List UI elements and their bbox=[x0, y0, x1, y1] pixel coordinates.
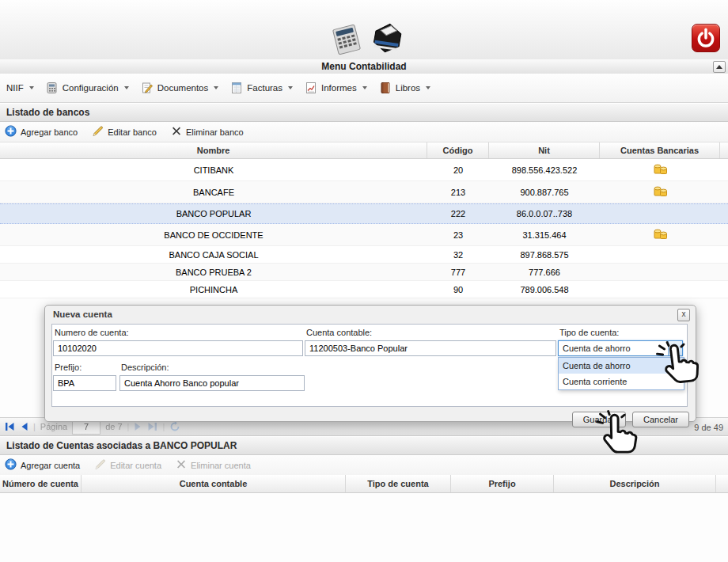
edit-icon bbox=[92, 125, 104, 139]
accounts-grid: Número de cuentaCuenta contableTipo de c… bbox=[0, 475, 728, 493]
descripcion-label: Descripción: bbox=[121, 363, 169, 372]
menu-item-libros[interactable]: Libros bbox=[379, 82, 430, 94]
power-button[interactable] bbox=[692, 24, 720, 52]
page-label: Página bbox=[40, 422, 67, 431]
delete-icon bbox=[176, 459, 187, 472]
bank-code-cell: 90 bbox=[427, 285, 489, 294]
menu-item-label: Documentos bbox=[157, 83, 209, 93]
column-header-cuenta-contable[interactable]: Cuenta contable bbox=[82, 475, 346, 492]
bank-code-cell: 32 bbox=[427, 250, 489, 260]
tipo-cuenta-label: Tipo de cuenta: bbox=[559, 328, 619, 337]
bank-name-cell: BANCO POPULAR bbox=[0, 209, 427, 218]
menu-item-label: NIIF bbox=[6, 83, 24, 93]
menu-item-informes[interactable]: Informes bbox=[305, 82, 367, 94]
coins-icon[interactable] bbox=[653, 162, 668, 177]
column-header-cuentas-bancarias[interactable]: Cuentas Bancarias bbox=[600, 142, 720, 158]
bank-code-cell: 20 bbox=[427, 165, 489, 175]
add-icon bbox=[5, 458, 17, 472]
cancel-button[interactable]: Cancelar bbox=[632, 412, 689, 427]
coins-icon[interactable] bbox=[653, 227, 668, 242]
page-of-label: de 7 bbox=[105, 422, 122, 431]
descripcion-input[interactable] bbox=[119, 375, 305, 391]
dialog-title: Nueva cuenta bbox=[53, 309, 112, 319]
column-header-numero-de-cuenta[interactable]: Número de cuenta bbox=[0, 475, 82, 492]
delete-icon bbox=[171, 126, 182, 139]
column-header-prefijo[interactable]: Prefijo bbox=[451, 475, 554, 492]
prefijo-input[interactable] bbox=[53, 375, 116, 391]
editar-cuenta-button: Editar cuenta bbox=[94, 458, 161, 472]
collapse-button[interactable] bbox=[713, 61, 726, 73]
first-page-button[interactable] bbox=[5, 422, 15, 431]
banks-grid: NombreCódigoNitCuentas Bancarias CITIBAN… bbox=[0, 142, 728, 298]
bank-nit-cell: 789.006.548 bbox=[489, 285, 600, 294]
cash-register-icon bbox=[369, 17, 407, 57]
pagination-separator: | bbox=[127, 422, 130, 431]
menu-item-label: Libros bbox=[396, 83, 420, 93]
dropdown-option-cuenta-corriente[interactable]: Cuenta corriente bbox=[559, 374, 684, 389]
menu-item-configuracion[interactable]: Configuración bbox=[46, 82, 129, 94]
refresh-icon[interactable] bbox=[169, 421, 180, 432]
brand-icons bbox=[331, 17, 410, 57]
prefijo-label: Prefijo: bbox=[55, 363, 82, 372]
tipo-cuenta-dropdown: Cuenta de ahorroCuenta corriente bbox=[558, 357, 684, 390]
column-header-filler bbox=[720, 142, 728, 158]
app-window: Menu Contabilidad NIIFConfiguraciónDocum… bbox=[0, 0, 728, 562]
bank-accounts-cell[interactable] bbox=[600, 184, 720, 199]
menu-item-documentos[interactable]: Documentos bbox=[141, 82, 219, 94]
column-header-tipo-de-cuenta[interactable]: Tipo de cuenta bbox=[346, 475, 451, 492]
power-icon bbox=[692, 44, 719, 53]
accounts-panel-header: Listado de Cuentas asociadas a BANCO POP… bbox=[0, 436, 728, 455]
toolbar-button-label: Agregar banco bbox=[21, 127, 78, 137]
bank-row-banco-popular[interactable]: BANCO POPULAR22286.0.0.07..738 bbox=[0, 203, 728, 224]
bank-accounts-cell[interactable] bbox=[600, 227, 720, 242]
documents-icon bbox=[141, 82, 154, 94]
title-bar: Menu Contabilidad bbox=[0, 59, 728, 74]
menu-item-label: Informes bbox=[321, 83, 357, 93]
last-page-button[interactable] bbox=[147, 422, 157, 431]
menu-bar: NIIFConfiguraciónDocumentosFacturasInfor… bbox=[0, 74, 728, 103]
next-page-button[interactable] bbox=[134, 422, 142, 431]
bank-row-pichincha[interactable]: PICHINCHA90789.006.548 bbox=[0, 281, 728, 298]
bank-row-citibank[interactable]: CITIBANK20898.556.423.522 bbox=[0, 159, 728, 181]
bank-row-banco-de-occidente[interactable]: BANCO DE OCCIDENTE2331.315.464 bbox=[0, 224, 728, 246]
toolbar-button-label: Eliminar cuenta bbox=[191, 461, 251, 470]
agregar-banco-button[interactable]: Agregar banco bbox=[5, 125, 78, 139]
libros-icon bbox=[379, 82, 392, 94]
menu-item-niif[interactable]: NIIF bbox=[6, 83, 34, 93]
chevron-down-icon bbox=[288, 86, 293, 89]
agregar-cuenta-button[interactable]: Agregar cuenta bbox=[5, 458, 80, 472]
editar-banco-button[interactable]: Editar banco bbox=[92, 125, 157, 139]
menu-item-facturas[interactable]: Facturas bbox=[230, 82, 293, 94]
bank-accounts-cell[interactable] bbox=[600, 162, 720, 177]
numero-cuenta-input[interactable] bbox=[53, 340, 303, 356]
coins-icon[interactable] bbox=[653, 184, 668, 199]
chevron-down-icon bbox=[29, 86, 34, 89]
bank-code-cell: 222 bbox=[427, 209, 489, 218]
column-header-descripcion[interactable]: Descripción bbox=[554, 475, 716, 492]
tipo-cuenta-combobox[interactable]: Cuenta de ahorro bbox=[558, 340, 683, 356]
bank-row-banco-prueba-2[interactable]: BANCO PRUEBA 2777777.666 bbox=[0, 264, 728, 281]
prev-page-button[interactable] bbox=[20, 422, 28, 431]
column-header-nombre[interactable]: Nombre bbox=[0, 142, 427, 158]
facturas-icon bbox=[230, 82, 243, 94]
combo-trigger-button[interactable] bbox=[668, 341, 682, 355]
cuenta-contable-input[interactable] bbox=[305, 340, 556, 356]
eliminar-banco-button[interactable]: Eliminar banco bbox=[171, 126, 244, 139]
banks-panel-title: Listado de bancos bbox=[6, 107, 89, 118]
menu-item-label: Facturas bbox=[247, 83, 282, 93]
column-header-nit[interactable]: Nit bbox=[489, 142, 600, 158]
close-icon[interactable]: x bbox=[677, 309, 690, 321]
bank-row-banco-caja-social[interactable]: BANCO CAJA SOCIAL32897.868.575 bbox=[0, 246, 728, 264]
menu-item-label: Configuración bbox=[63, 83, 119, 93]
pagination-separator: | bbox=[162, 422, 165, 431]
bank-code-cell: 213 bbox=[427, 188, 489, 197]
dropdown-option-cuenta-de-ahorro[interactable]: Cuenta de ahorro bbox=[559, 358, 684, 374]
banks-panel-header: Listado de bancos bbox=[0, 103, 728, 122]
bank-row-bancafe[interactable]: BANCAFE213900.887.765 bbox=[0, 181, 728, 203]
save-button[interactable]: Guardar bbox=[572, 412, 626, 427]
pagination-status: 9 de 49 bbox=[694, 423, 723, 432]
column-header-codigo[interactable]: Código bbox=[427, 142, 489, 158]
column-header-filler bbox=[716, 475, 728, 492]
chevron-down-icon bbox=[426, 86, 430, 89]
accounts-grid-header: Número de cuentaCuenta contableTipo de c… bbox=[0, 475, 728, 493]
